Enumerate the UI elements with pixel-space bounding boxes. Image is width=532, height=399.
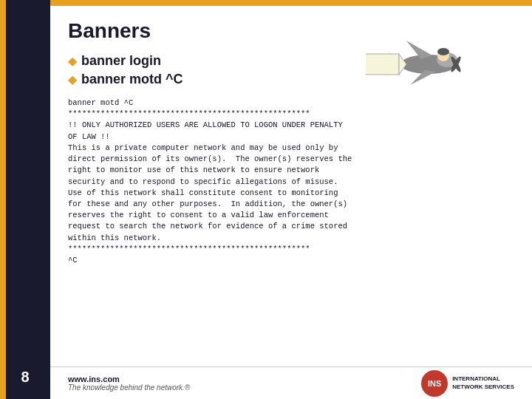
svg-point-9 (437, 48, 449, 55)
bullet-label-1: banner login (81, 53, 161, 69)
footer: www.ins.com The knowledge behind the net… (50, 366, 532, 399)
bullet-label-2: banner motd ^C (81, 72, 183, 87)
ins-abbr: INS (428, 379, 441, 388)
footer-url: www.ins.com (68, 375, 190, 383)
illustration-area (362, 22, 510, 103)
bullet-diamond-1: ◆ (68, 54, 77, 68)
slide-number: 8 (21, 369, 29, 386)
terminal-block: banner motd ^C *************************… (68, 98, 514, 366)
top-accent-bar (50, 0, 532, 6)
ins-logo: INS INTERNATIONALNETWORK SERVICES (421, 370, 514, 397)
svg-marker-12 (399, 54, 406, 75)
bullet-diamond-2: ◆ (68, 72, 77, 86)
ins-logo-text: INTERNATIONALNETWORK SERVICES (452, 375, 514, 391)
left-sidebar: 8 (0, 0, 50, 399)
main-content: Banners (50, 0, 532, 399)
footer-left: www.ins.com The knowledge behind the net… (68, 375, 190, 392)
svg-rect-11 (366, 54, 399, 75)
slide-body: Banners (50, 6, 532, 366)
footer-tagline: The knowledge behind the network.® (68, 383, 190, 392)
banner-illustration (366, 26, 506, 100)
ins-logo-circle: INS (421, 370, 448, 397)
svg-marker-2 (406, 41, 432, 59)
accent-bar (0, 0, 6, 399)
